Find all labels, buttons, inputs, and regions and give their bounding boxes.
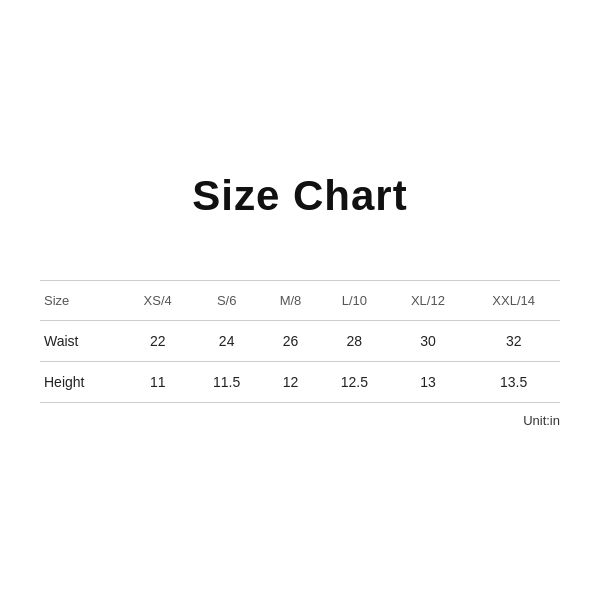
col-header-2: S/6 [193, 281, 261, 321]
col-header-6: XXL/14 [467, 281, 560, 321]
row-label-0: Waist [40, 321, 123, 362]
cell-1-4: 13 [388, 362, 467, 403]
col-header-0: Size [40, 281, 123, 321]
table-row: Waist222426283032 [40, 321, 560, 362]
cell-1-3: 12.5 [320, 362, 388, 403]
row-label-1: Height [40, 362, 123, 403]
size-chart-table-container: SizeXS/4S/6M/8L/10XL/12XXL/14 Waist22242… [40, 280, 560, 428]
table-row: Height1111.51212.51313.5 [40, 362, 560, 403]
cell-0-2: 26 [261, 321, 320, 362]
size-chart-table: SizeXS/4S/6M/8L/10XL/12XXL/14 Waist22242… [40, 280, 560, 403]
unit-label: Unit:in [40, 413, 560, 428]
cell-0-5: 32 [467, 321, 560, 362]
cell-0-0: 22 [123, 321, 193, 362]
col-header-5: XL/12 [388, 281, 467, 321]
cell-1-1: 11.5 [193, 362, 261, 403]
cell-1-0: 11 [123, 362, 193, 403]
col-header-4: L/10 [320, 281, 388, 321]
page-wrapper: Size Chart SizeXS/4S/6M/8L/10XL/12XXL/14… [0, 152, 600, 448]
cell-0-4: 30 [388, 321, 467, 362]
col-header-1: XS/4 [123, 281, 193, 321]
page-title: Size Chart [192, 172, 407, 220]
cell-0-3: 28 [320, 321, 388, 362]
cell-1-2: 12 [261, 362, 320, 403]
cell-1-5: 13.5 [467, 362, 560, 403]
table-header-row: SizeXS/4S/6M/8L/10XL/12XXL/14 [40, 281, 560, 321]
col-header-3: M/8 [261, 281, 320, 321]
cell-0-1: 24 [193, 321, 261, 362]
